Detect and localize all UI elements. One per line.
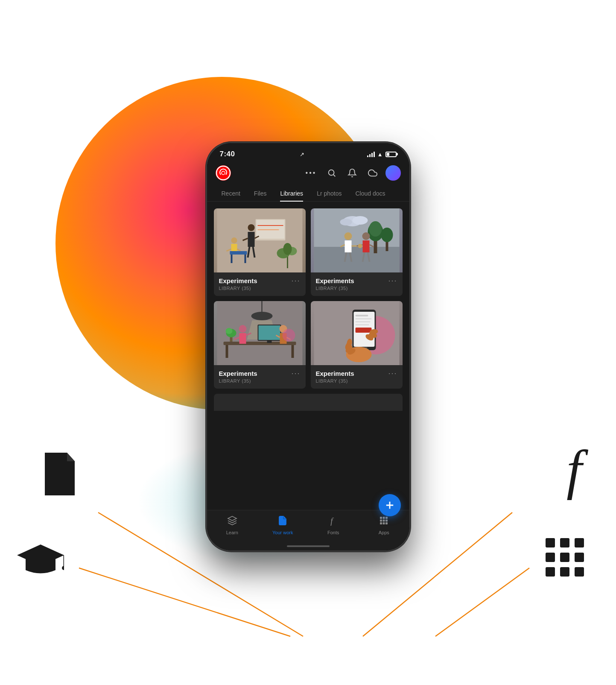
svg-point-72 (251, 312, 272, 320)
apps-grid-icon (546, 538, 584, 578)
status-time: 7:40 (220, 150, 235, 158)
svg-point-77 (239, 325, 246, 333)
svg-line-12 (79, 568, 290, 636)
card-subtitle-3: LIBRARY (35) (219, 378, 301, 383)
font-italic-icon: f (566, 442, 582, 497)
battery-icon (385, 152, 397, 157)
library-card-1[interactable]: Experiments ··· LIBRARY (35) (214, 208, 306, 296)
partial-card (214, 394, 403, 411)
svg-point-46 (352, 216, 368, 225)
add-fab-button[interactable] (379, 494, 401, 516)
card-menu-1[interactable]: ··· (291, 277, 300, 284)
svg-rect-3 (546, 538, 555, 547)
svg-rect-40 (230, 251, 247, 255)
svg-rect-41 (231, 255, 232, 263)
svg-rect-115 (383, 520, 385, 522)
card-menu-2[interactable]: ··· (388, 277, 397, 284)
svg-rect-76 (267, 341, 272, 343)
svg-rect-75 (258, 325, 280, 340)
svg-rect-94 (355, 318, 371, 319)
wifi-icon: ▲ (377, 151, 383, 158)
your-work-tab-label: Your work (272, 530, 293, 535)
svg-text:f: f (330, 516, 334, 526)
battery-fill (387, 153, 389, 156)
svg-point-32 (231, 237, 237, 243)
svg-rect-10 (560, 567, 569, 577)
svg-rect-55 (344, 240, 351, 252)
svg-point-2 (62, 566, 64, 570)
home-indicator-area (207, 545, 409, 550)
svg-rect-9 (546, 567, 555, 577)
more-options-icon[interactable]: ••• (304, 165, 319, 181)
svg-rect-78 (239, 333, 246, 344)
svg-rect-118 (383, 522, 385, 524)
bottom-tab-fonts[interactable]: f Fonts (308, 514, 359, 537)
library-card-4[interactable]: Experiments ··· LIBRARY (35) (311, 301, 403, 389)
fonts-tab-label: Fonts (327, 530, 339, 535)
svg-rect-93 (355, 315, 368, 316)
libraries-content: Experiments ··· LIBRARY (35) (207, 202, 409, 510)
tab-cloud-docs[interactable]: Cloud docs (350, 186, 391, 201)
status-bar: 7:40 ↗ ▲ (207, 143, 409, 162)
tab-lr-photos[interactable]: Lr photos (311, 186, 347, 201)
bottom-tab-apps[interactable]: Apps (359, 514, 409, 537)
card-menu-4[interactable]: ··· (388, 369, 397, 377)
search-icon[interactable] (324, 165, 339, 181)
bottom-tab-learn[interactable]: Learn (207, 514, 258, 537)
partial-card-row (214, 394, 403, 411)
svg-rect-97 (355, 328, 371, 333)
svg-rect-4 (560, 538, 569, 547)
file-icon (41, 453, 79, 497)
apps-tab-label: Apps (379, 530, 389, 535)
svg-rect-23 (256, 220, 284, 239)
svg-rect-6 (546, 553, 555, 562)
svg-point-87 (225, 328, 232, 334)
user-avatar[interactable] (385, 165, 401, 181)
svg-line-15 (435, 568, 529, 636)
card-info-4: Experiments ··· LIBRARY (35) (311, 365, 403, 389)
svg-rect-7 (560, 553, 569, 562)
svg-point-26 (248, 224, 254, 231)
svg-rect-111 (380, 517, 382, 519)
card-title-1: Experiments (219, 277, 257, 284)
svg-rect-69 (225, 345, 228, 358)
card-subtitle-4: LIBRARY (35) (316, 378, 397, 383)
svg-rect-11 (575, 567, 584, 577)
card-info-3: Experiments ··· LIBRARY (35) (214, 365, 306, 389)
tab-navigation: Recent Files Libraries Lr photos Cloud d… (207, 186, 409, 202)
phone-screen: 7:40 ↗ ▲ (207, 143, 409, 550)
svg-rect-42 (244, 255, 246, 263)
svg-rect-70 (291, 345, 294, 358)
phone-wrapper: 7:40 ↗ ▲ (206, 142, 411, 552)
tab-files[interactable]: Files (248, 186, 273, 201)
svg-marker-109 (228, 516, 236, 521)
svg-rect-117 (380, 522, 382, 524)
svg-point-39 (283, 243, 292, 255)
svg-rect-119 (385, 522, 388, 524)
graduation-cap-icon (17, 542, 64, 583)
cloud-sync-icon[interactable] (365, 165, 380, 181)
library-card-2[interactable]: Experiments ··· LIBRARY (35) (311, 208, 403, 296)
svg-marker-0 (17, 544, 64, 566)
status-icons: ▲ (367, 151, 397, 158)
your-work-tab-icon (277, 515, 288, 528)
card-title-3: Experiments (219, 370, 257, 377)
svg-point-51 (369, 221, 382, 237)
notification-bell-icon[interactable] (344, 165, 360, 181)
library-thumb-1 (214, 208, 306, 272)
signal-bars-icon (367, 151, 375, 157)
svg-rect-113 (385, 517, 388, 519)
tab-recent[interactable]: Recent (216, 186, 246, 201)
card-info-2: Experiments ··· LIBRARY (35) (311, 272, 403, 296)
tab-libraries[interactable]: Libraries (274, 186, 309, 201)
library-card-3[interactable]: Experiments ··· LIBRARY (35) (214, 301, 306, 389)
card-info-1: Experiments ··· LIBRARY (35) (214, 272, 306, 296)
library-thumb-4 (311, 301, 403, 365)
learn-tab-label: Learn (226, 530, 238, 535)
phone-shell: 7:40 ↗ ▲ (206, 142, 411, 552)
bottom-tab-your-work[interactable]: Your work (257, 514, 308, 537)
svg-rect-61 (362, 240, 369, 252)
svg-point-16 (216, 165, 231, 181)
svg-point-60 (362, 232, 370, 240)
card-menu-3[interactable]: ··· (291, 369, 300, 377)
